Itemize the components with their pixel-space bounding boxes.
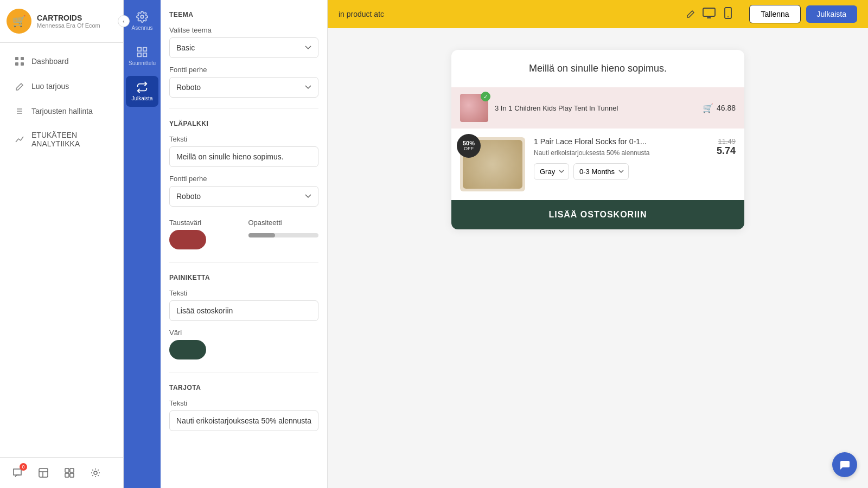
product-card: Meillä on sinulle hieno sopimus. ✓ 3 In …	[451, 50, 744, 229]
icon-nav-label-julkaista: Julkaista	[132, 95, 153, 101]
svg-rect-16	[138, 48, 141, 51]
tarjota-teksti-input[interactable]	[169, 410, 318, 431]
cart-item-name: 3 In 1 Children Kids Play Tent In Tunnel	[495, 104, 696, 112]
svg-rect-19	[138, 53, 141, 56]
grid-icon-button[interactable]	[61, 464, 78, 481]
price-original: 11.49	[718, 137, 736, 145]
icon-nav-asennus[interactable]: Asennus	[126, 5, 158, 36]
font-label-1: Fontti perhe	[169, 66, 318, 74]
font-select-2[interactable]: Roboto	[169, 186, 318, 207]
theme-section-title: TEEMA	[169, 11, 318, 18]
painiketta-teksti-input[interactable]	[169, 300, 318, 321]
brand-text: CARTROIDS Mennessa Era Of Ecom	[37, 14, 100, 29]
edit-pencil-icon[interactable]	[686, 8, 696, 20]
svg-rect-2	[15, 62, 18, 66]
svg-rect-13	[70, 473, 74, 477]
top-bar-actions: Tallenna Julkaista	[749, 5, 857, 23]
cart-icon: 🛒	[703, 103, 713, 113]
vari-label: Väri	[169, 329, 318, 337]
brand-sub: Mennessa Era Of Ecom	[37, 22, 100, 29]
sidebar-item-dashboard[interactable]: Dashboard	[4, 49, 119, 73]
icon-nav: Asennus Suunnittelu Julkaista	[124, 0, 161, 488]
product-variants: Gray 0-3 Months	[534, 163, 736, 180]
table-icon-button[interactable]	[35, 464, 52, 481]
svg-rect-1	[21, 57, 24, 60]
ylapalkki-teksti-label: Teksti	[169, 135, 318, 143]
settings-icon-button[interactable]	[87, 464, 104, 481]
theme-select-label: Valitse teema	[169, 26, 318, 34]
cart-item-image-wrap: ✓	[460, 94, 488, 122]
edit-icon	[14, 81, 25, 92]
size-variant-select[interactable]: 0-3 Months	[573, 163, 629, 180]
tarjota-teksti-label: Teksti	[169, 399, 318, 407]
svg-rect-12	[65, 473, 69, 477]
julkaista-button[interactable]: Julkaista	[806, 5, 857, 23]
sidebar: 🛒 CARTROIDS Mennessa Era Of Ecom ‹ Dashb…	[0, 0, 124, 488]
sidebar-collapse-button[interactable]: ‹	[118, 15, 130, 27]
taustavari-swatch[interactable]	[169, 230, 206, 249]
product-price-col: 11.49 5.74	[717, 137, 736, 157]
svg-rect-10	[65, 468, 69, 472]
settings-panel: TEEMA Valitse teema Basic Fontti perhe R…	[161, 0, 328, 488]
sidebar-nav: Dashboard Luo tarjous Tarjousten hallint…	[0, 43, 123, 457]
font-label-2: Fontti perhe	[169, 175, 318, 183]
product-desc: Nauti erikoistarjouksesta 50% alennusta	[534, 149, 649, 157]
product-info: 1 Pair Lace Floral Socks for 0-1... Naut…	[534, 137, 736, 180]
theme-select[interactable]: Basic	[169, 37, 318, 58]
desktop-icon[interactable]	[703, 8, 716, 21]
sidebar-item-label-luo-tarjous: Luo tarjous	[31, 82, 69, 91]
sidebar-header: 🛒 CARTROIDS Mennessa Era Of Ecom ‹	[0, 0, 123, 43]
icon-nav-label-suunnittelu: Suunnittelu	[129, 60, 156, 66]
preview-area: Meillä on sinulle hieno sopimus. ✓ 3 In …	[328, 28, 868, 488]
cart-item-price: 🛒 46.88	[703, 103, 736, 113]
sidebar-item-label-dashboard: Dashboard	[31, 57, 69, 66]
discount-badge: 50% OFF	[457, 134, 481, 158]
chart-icon	[14, 134, 25, 145]
icon-nav-label-asennus: Asennus	[132, 25, 153, 31]
sidebar-item-tarjousten-hallinta[interactable]: Tarjousten hallinta	[4, 99, 119, 123]
mobile-icon[interactable]	[724, 7, 732, 22]
svg-rect-3	[21, 62, 24, 66]
chat-badge: 0	[20, 463, 27, 471]
product-card-header: Meillä on sinulle hieno sopimus.	[451, 50, 744, 87]
svg-point-14	[94, 471, 97, 474]
svg-rect-0	[15, 57, 18, 60]
top-bar: in product atc Tallenna Julkaist	[328, 0, 868, 28]
chat-bubble-button[interactable]	[832, 452, 857, 477]
font-select-1[interactable]: Roboto	[169, 77, 318, 98]
svg-rect-17	[143, 48, 146, 51]
button-color-swatch[interactable]	[169, 340, 206, 359]
product-image-wrap: 50% OFF	[460, 137, 525, 191]
tallenna-button[interactable]: Tallenna	[749, 5, 800, 23]
price-sale: 5.74	[717, 145, 736, 157]
sidebar-bottom: 0	[0, 457, 123, 488]
sidebar-item-label-tarjousten-hallinta: Tarjousten hallinta	[31, 107, 93, 115]
svg-rect-11	[70, 468, 74, 472]
opacity-slider[interactable]	[248, 233, 319, 237]
sidebar-item-label-analytiikka: ETUKÄTEEN ANALYTIIKKA	[31, 131, 109, 148]
ylapalkki-section-title: YLÄPALKKI	[169, 120, 318, 127]
tarjota-section-title: TARJOTA	[169, 384, 318, 391]
svg-point-15	[141, 15, 144, 18]
chat-icon-button[interactable]: 0	[9, 464, 26, 481]
brand-name: CARTROIDS	[37, 14, 100, 22]
list-icon	[14, 106, 25, 117]
svg-point-22	[727, 16, 729, 17]
main-content: in product atc Tallenna Julkaist	[328, 0, 868, 488]
sidebar-item-analytiikka[interactable]: ETUKÄTEEN ANALYTIIKKA	[4, 124, 119, 155]
cart-item-price-value: 46.88	[717, 104, 736, 112]
product-main: 50% OFF 1 Pair Lace Floral Socks for 0-1…	[451, 129, 744, 200]
painiketta-section-title: PAINIKETTA	[169, 274, 318, 281]
color-variant-select[interactable]: Gray	[534, 163, 569, 180]
topbar-label: in product atc	[339, 10, 680, 18]
sidebar-item-luo-tarjous[interactable]: Luo tarjous	[4, 74, 119, 98]
brand-logo: 🛒	[7, 9, 31, 34]
ylapalkki-teksti-input[interactable]	[169, 146, 318, 167]
discount-off: OFF	[464, 146, 474, 152]
cart-check-badge: ✓	[481, 92, 490, 101]
painiketta-teksti-label: Teksti	[169, 289, 318, 297]
atc-button[interactable]: LISÄÄ OSTOSKORIIN	[451, 200, 744, 229]
icon-nav-julkaista[interactable]: Julkaista	[126, 76, 158, 107]
taustavari-label: Taustaväri	[169, 219, 240, 227]
icon-nav-suunnittelu[interactable]: Suunnittelu	[126, 41, 158, 72]
